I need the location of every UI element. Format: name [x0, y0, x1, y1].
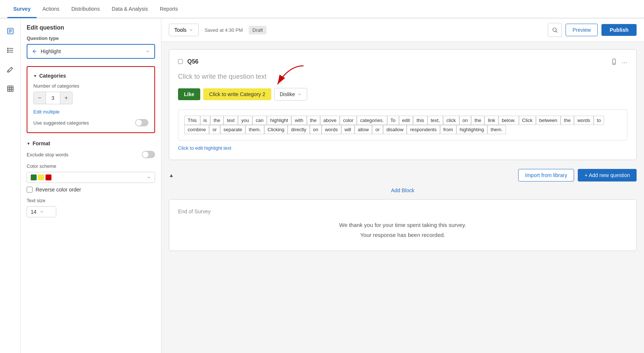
word-cell[interactable]: This: [184, 116, 200, 125]
word-cell[interactable]: words: [574, 116, 594, 125]
word-cell[interactable]: the: [471, 116, 484, 125]
word-cell[interactable]: this: [413, 116, 427, 125]
search-button[interactable]: [548, 23, 562, 37]
word-cell[interactable]: Click: [519, 116, 536, 125]
question-type-label: Question type: [27, 35, 155, 41]
edit-multiple-link[interactable]: Edit multiple: [33, 109, 60, 115]
word-cell[interactable]: on: [310, 125, 322, 134]
word-cell[interactable]: you: [238, 116, 252, 125]
text-size-select[interactable]: 14: [27, 206, 56, 217]
word-grid: Thisisthetextyoucanhighlightwiththeabove…: [184, 116, 621, 134]
svg-rect-11: [7, 86, 13, 92]
color-scheme-label: Color scheme: [27, 163, 155, 169]
publish-button[interactable]: Publish: [601, 24, 637, 36]
table-icon[interactable]: [4, 82, 17, 95]
dislike-label: Dislike: [280, 91, 295, 97]
word-cell[interactable]: To: [387, 116, 399, 125]
word-cell[interactable]: from: [440, 125, 456, 134]
word-cell[interactable]: the: [561, 116, 574, 125]
more-options-icon[interactable]: ···: [622, 59, 627, 67]
decrement-button[interactable]: −: [34, 92, 46, 104]
reverse-color-label: Reverse color order: [36, 187, 81, 193]
word-cell[interactable]: text: [224, 116, 238, 125]
like-category[interactable]: Like: [178, 88, 200, 100]
increment-button[interactable]: +: [60, 92, 72, 104]
nav-item-actions[interactable]: Actions: [37, 1, 66, 18]
word-cell[interactable]: or: [209, 125, 220, 134]
import-from-library-button[interactable]: Import from library: [518, 169, 574, 181]
word-cell[interactable]: highlight: [267, 116, 291, 125]
suggested-categories-toggle[interactable]: [135, 119, 148, 126]
word-cell[interactable]: above: [320, 116, 340, 125]
svg-point-9: [7, 52, 9, 53]
nav-item-distributions[interactable]: Distributions: [66, 1, 106, 18]
dislike-chevron-icon: [297, 92, 302, 96]
mobile-preview-icon[interactable]: [611, 58, 617, 67]
word-cell[interactable]: disallow: [383, 125, 407, 134]
category-2[interactable]: Click to write Category 2: [203, 88, 271, 100]
card-actions: Import from library + Add new question: [518, 169, 637, 181]
word-cell[interactable]: or: [372, 125, 383, 134]
word-cell[interactable]: is: [200, 116, 210, 125]
collapse-button[interactable]: ▲: [169, 172, 174, 178]
color-dot-red: [46, 174, 51, 180]
word-cell[interactable]: respondents: [407, 125, 440, 134]
word-cell[interactable]: directly: [288, 125, 309, 134]
categories-header[interactable]: ▼ Categories: [33, 73, 148, 79]
categories-area: Like Click to write Category 2 Dislike: [178, 88, 627, 101]
edit-highlight-link[interactable]: Click to edit highlight text: [178, 145, 231, 151]
nav-item-reports[interactable]: Reports: [154, 1, 184, 18]
word-cell[interactable]: will: [341, 125, 355, 134]
color-scheme-select[interactable]: [27, 172, 155, 183]
word-cell[interactable]: between: [536, 116, 561, 125]
word-cell[interactable]: on: [459, 116, 471, 125]
list-icon[interactable]: [4, 44, 17, 57]
word-cell[interactable]: text,: [427, 116, 443, 125]
nav-item-data-analysis[interactable]: Data & Analysis: [106, 1, 154, 18]
word-cell[interactable]: separate: [220, 125, 246, 134]
word-cell[interactable]: Clicking: [264, 125, 288, 134]
question-type-value: Highlight: [41, 48, 61, 54]
highlight-text-area: Thisisthetextyoucanhighlightwiththeabove…: [178, 109, 627, 140]
word-cell[interactable]: click: [443, 116, 459, 125]
question-checkbox[interactable]: [178, 59, 183, 64]
survey-icon[interactable]: [4, 24, 17, 38]
word-cell[interactable]: them.: [487, 125, 506, 134]
add-new-question-button[interactable]: + Add new question: [578, 169, 637, 181]
nav-item-survey[interactable]: Survey: [7, 1, 37, 18]
reverse-color-checkbox[interactable]: [27, 187, 33, 193]
suggested-label: Use suggested categories: [33, 120, 89, 126]
tools-chevron-icon: [189, 28, 193, 32]
word-cell[interactable]: to: [594, 116, 604, 125]
svg-point-16: [553, 28, 556, 31]
chevron-down-icon: [145, 49, 150, 54]
word-cell[interactable]: words: [322, 125, 341, 134]
word-cell[interactable]: highlighting: [456, 125, 487, 134]
word-cell[interactable]: color: [340, 116, 357, 125]
question-type-select[interactable]: Highlight: [27, 44, 155, 59]
categories-count: 3: [46, 92, 60, 104]
word-cell[interactable]: allow: [355, 125, 372, 134]
exclude-stop-words-toggle[interactable]: [142, 151, 155, 158]
word-cell[interactable]: the: [210, 116, 224, 125]
word-cell[interactable]: the: [307, 116, 320, 125]
text-size-label: Text size: [27, 198, 155, 203]
word-cell[interactable]: can: [252, 116, 267, 125]
format-header[interactable]: ▼ Format: [27, 140, 155, 146]
word-cell[interactable]: link: [484, 116, 499, 125]
preview-button[interactable]: Preview: [566, 24, 598, 36]
word-cell[interactable]: combine: [184, 125, 209, 134]
paint-icon[interactable]: [4, 63, 17, 76]
add-block-button[interactable]: Add Block: [169, 181, 637, 199]
word-cell[interactable]: below.: [499, 116, 519, 125]
word-cell[interactable]: them.: [245, 125, 264, 134]
word-cell[interactable]: categories.: [357, 116, 387, 125]
word-cell[interactable]: with: [291, 116, 306, 125]
dislike-category-dropdown[interactable]: Dislike: [274, 88, 307, 101]
word-cell[interactable]: edit: [399, 116, 413, 125]
end-survey-card: End of Survey We thank you for your time…: [169, 199, 637, 251]
tools-button[interactable]: Tools: [169, 24, 199, 36]
question-header: Q56 ···: [178, 58, 627, 67]
question-text[interactable]: Click to write the question text: [178, 73, 627, 81]
end-survey-title: End of Survey: [178, 208, 627, 214]
